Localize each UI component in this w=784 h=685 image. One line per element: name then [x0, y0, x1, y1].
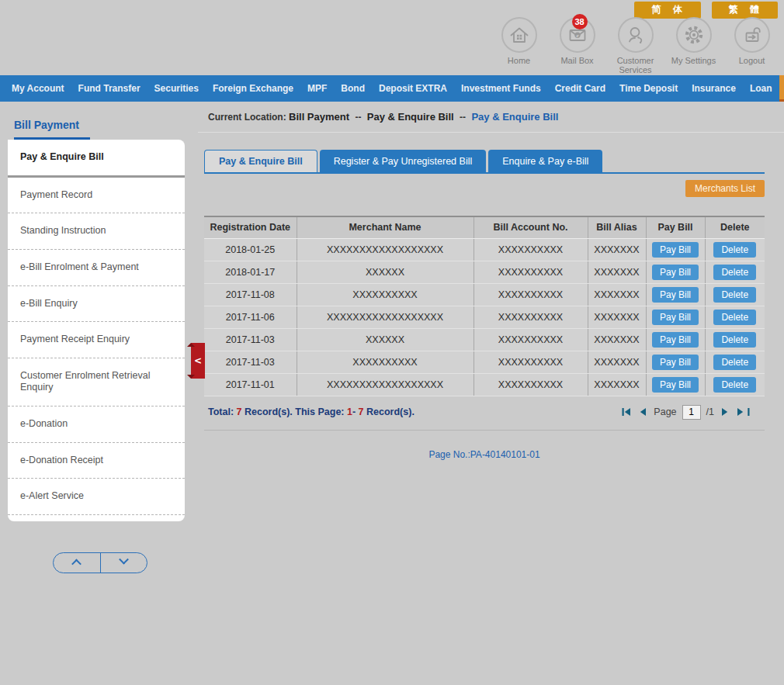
this-page-label: Record(s). This Page:: [245, 407, 345, 417]
logout-button[interactable]: Logout: [723, 17, 781, 74]
nav-item-deposit-extra[interactable]: Deposit EXTRA: [372, 75, 454, 102]
merchants-list-button[interactable]: Merchants List: [685, 180, 765, 197]
content-area: Bill Payment Pay & Enquire BillPayment R…: [0, 102, 784, 685]
language-switcher: 简 体 繁 體: [634, 2, 778, 19]
nav-item-loan[interactable]: Loan: [743, 75, 779, 102]
delete-button-cell: Delete: [705, 283, 765, 306]
pagination: Page /1: [621, 405, 765, 420]
table-row: 2018-01-17XXXXXXXXXXXXXXXXXXXXXXXPay Bil…: [204, 261, 765, 283]
nav-item-credit-card[interactable]: Credit Card: [548, 75, 612, 102]
breadcrumb-separator: --: [456, 112, 469, 123]
nav-item-foreign-exchange[interactable]: Foreign Exchange: [206, 75, 300, 102]
breadcrumb-separator: --: [352, 112, 364, 123]
home-button[interactable]: Home: [490, 17, 548, 74]
pay-bill-button[interactable]: Pay Bill: [652, 310, 699, 325]
scroll-down-button[interactable]: [101, 553, 147, 573]
sidebar-item-e-donation-receipt[interactable]: e-Donation Receipt: [8, 443, 185, 479]
pay-bill-button[interactable]: Pay Bill: [652, 377, 699, 393]
next-page-button[interactable]: [720, 407, 730, 417]
nav-item-securities[interactable]: Securities: [147, 75, 206, 102]
mailbox-button[interactable]: e38Mail Box: [548, 17, 606, 74]
traditional-chinese-button[interactable]: 繁 體: [712, 2, 778, 19]
svg-text:e: e: [576, 33, 578, 39]
delete-button[interactable]: Delete: [713, 287, 756, 303]
sidebar-item-customer-enrolment-retrieval-enquiry[interactable]: Customer Enrolment Retrieval Enquiry: [8, 358, 185, 407]
bill-alias-cell: XXXXXXX: [588, 351, 646, 373]
sidebar-item-standing-instruction[interactable]: Standing Instruction: [8, 213, 185, 250]
sidebar-item-e-donation[interactable]: e-Donation: [8, 407, 185, 443]
column-header-pay-bill: Pay Bill: [646, 216, 705, 238]
tab-enquire-pay-e-bill[interactable]: Enquire & Pay e-Bill: [488, 150, 602, 172]
table-row: 2017-11-06XXXXXXXXXXXXXXXXXXXXXXXXXXXXXX…: [204, 306, 765, 328]
first-page-button[interactable]: [621, 407, 632, 417]
nav-item-bond[interactable]: Bond: [334, 75, 372, 102]
delete-button[interactable]: Delete: [713, 310, 756, 325]
simplified-chinese-button[interactable]: 简 体: [634, 2, 700, 19]
delete-button-cell: Delete: [705, 261, 765, 283]
table-row: 2017-11-03XXXXXXXXXXXXXXXXXXXXXXXXXXXPay…: [204, 351, 765, 373]
records-total-text: Total: 7 Record(s). This Page: 1- 7 Reco…: [204, 407, 415, 417]
breadcrumb-part-1: Bill Payment: [289, 111, 349, 123]
pay-bill-button-cell: Pay Bill: [646, 306, 705, 328]
pay-bill-button[interactable]: Pay Bill: [652, 355, 699, 370]
sidebar-item-payment-receipt-enquiry[interactable]: Payment Receipt Enquiry: [8, 322, 185, 358]
delete-button-cell: Delete: [705, 328, 765, 351]
sidebar-item-e-bill-enquiry[interactable]: e-Bill Enquiry: [8, 286, 185, 323]
registration-date-cell: 2018-01-25: [204, 238, 297, 261]
customer-services-button[interactable]: Customer Services: [606, 17, 664, 74]
sidebar-item-pay-enquire-bill[interactable]: Pay & Enquire Bill: [8, 140, 185, 178]
nav-item-mpf[interactable]: MPF: [300, 75, 334, 102]
bill-account-no-cell: XXXXXXXXXX: [474, 306, 588, 328]
sidebar-item-e-alert-service[interactable]: e-Alert Service: [8, 479, 185, 515]
column-header-registration-date: Registration Date: [204, 216, 297, 238]
page-label: Page: [654, 407, 676, 417]
nav-item-insurance[interactable]: Insurance: [685, 75, 743, 102]
pay-bill-button-cell: Pay Bill: [646, 261, 705, 283]
unread-count-badge: 38: [572, 14, 588, 29]
last-page-button[interactable]: [736, 407, 751, 417]
my-settings-label: My Settings: [664, 56, 723, 65]
pay-bill-button[interactable]: Pay Bill: [652, 332, 699, 348]
pay-bill-button-cell: Pay Bill: [646, 351, 705, 373]
table-row: 2018-01-25XXXXXXXXXXXXXXXXXXXXXXXXXXXXXX…: [204, 238, 765, 261]
tab-register-pay-unregistered-bill[interactable]: Register & Pay Unregistered Bill: [320, 150, 487, 172]
nav-item-investment-funds[interactable]: Investment Funds: [454, 75, 548, 102]
pay-bill-button[interactable]: Pay Bill: [652, 242, 699, 258]
tab-bar: Pay & Enquire BillRegister & Pay Unregis…: [204, 150, 765, 172]
sidebar-item-e-bill-enrolment-payment[interactable]: e-Bill Enrolment & Payment: [8, 250, 185, 286]
pay-bill-button-cell: Pay Bill: [646, 283, 705, 306]
pay-bill-button[interactable]: Pay Bill: [652, 287, 699, 303]
total-label: Total:: [208, 407, 234, 417]
breadcrumb: Current Location: Bill Payment -- Pay & …: [198, 102, 784, 133]
delete-button[interactable]: Delete: [713, 332, 756, 348]
page-number-reference: Page No.:PA-40140101-01: [204, 449, 765, 460]
registration-date-cell: 2018-01-17: [204, 261, 297, 283]
nav-item-fund-transfer[interactable]: Fund Transfer: [71, 75, 147, 102]
home-icon: [501, 17, 537, 53]
nav-item-time-deposit[interactable]: Time Deposit: [612, 75, 685, 102]
page-number-input[interactable]: [682, 405, 701, 420]
nav-item-bill-payment[interactable]: Bill Payment: [779, 75, 784, 102]
bill-account-no-cell: XXXXXXXXXX: [474, 283, 588, 306]
sidebar-scroll-control: [53, 552, 147, 573]
delete-button[interactable]: Delete: [713, 242, 756, 258]
scroll-up-button[interactable]: [54, 553, 101, 573]
chevron-down-icon: [119, 555, 129, 565]
table-row: 2017-11-08XXXXXXXXXXXXXXXXXXXXXXXXXXXPay…: [204, 283, 765, 306]
previous-page-button[interactable]: [637, 407, 648, 417]
my-settings-button[interactable]: My Settings: [664, 17, 723, 74]
sidebar-item-payment-record[interactable]: Payment Record: [8, 178, 185, 214]
sidebar-collapse-button[interactable]: <: [191, 343, 205, 379]
pay-bill-button[interactable]: Pay Bill: [652, 265, 699, 280]
breadcrumb-prefix: Current Location:: [208, 112, 286, 123]
nav-item-my-account[interactable]: My Account: [5, 75, 71, 102]
bill-alias-cell: XXXXXXX: [588, 373, 646, 396]
merchant-name-cell: XXXXXX: [297, 261, 474, 283]
bill-account-no-cell: XXXXXXXXXX: [474, 351, 588, 373]
page-header: 简 体 繁 體 Homee38Mail BoxCustomer Services…: [0, 0, 784, 75]
tab-pay-enquire-bill[interactable]: Pay & Enquire Bill: [204, 150, 317, 172]
delete-button[interactable]: Delete: [713, 355, 756, 370]
bill-alias-cell: XXXXXXX: [588, 238, 646, 261]
delete-button[interactable]: Delete: [713, 377, 756, 393]
delete-button[interactable]: Delete: [713, 265, 756, 280]
